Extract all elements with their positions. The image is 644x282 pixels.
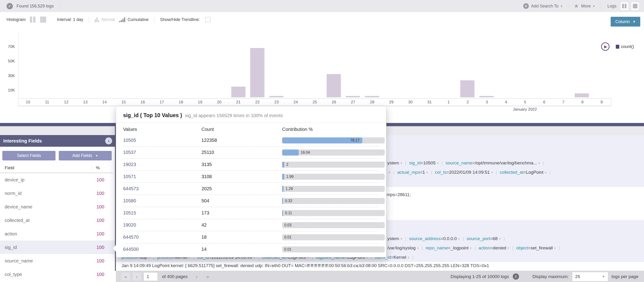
log-field-value[interactable]: =Kernel (391, 255, 406, 260)
play-button[interactable]: ▶ (601, 42, 610, 51)
count-cell: 122358 (202, 138, 282, 143)
log-field-value[interactable]: =1 (420, 170, 425, 175)
y-axis-tick-label: 10K (3, 88, 15, 93)
previous-page-button[interactable]: ‹ (133, 273, 141, 281)
histogram-bar-21[interactable] (231, 87, 246, 97)
add-search-to-label: Add Search To (531, 4, 559, 8)
normal-mode-button[interactable]: Normal (95, 17, 115, 22)
log-field-value[interactable]: =10505 (421, 160, 436, 166)
value-cell[interactable]: 19020 (123, 222, 202, 228)
log-field-value[interactable]: =2022/01/09 14:09:51 (446, 170, 490, 175)
trendline-checkbox[interactable] (206, 17, 210, 22)
sidebar-field-device_name[interactable]: device_name100 (0, 200, 115, 214)
top-value-row[interactable]: 64457320251.29 (123, 183, 379, 195)
full-view-button[interactable] (632, 2, 639, 10)
x-axis-tick-label: 17 (152, 100, 172, 105)
bar-slot-11 (38, 27, 57, 97)
value-cell[interactable]: 10571 (123, 174, 202, 179)
log-field-value[interactable]: =0.0.0.0 (441, 236, 457, 241)
columns-icon (622, 4, 627, 8)
value-cell[interactable]: 644500 (123, 247, 202, 252)
top-value-row[interactable]: 1050512235878.17 (123, 134, 379, 146)
select-fields-button[interactable]: Select Fields (2, 151, 56, 160)
contribution-bar-track: 0.11 (282, 210, 385, 216)
info-icon[interactable]: i (513, 274, 519, 280)
more-menu-button[interactable]: ★ More ▾ (574, 3, 594, 9)
page-number-input[interactable] (144, 273, 158, 281)
log-field-value[interactable]: =denied (490, 246, 506, 251)
sidebar-field-sig_id[interactable]: sig_id100 (0, 241, 115, 254)
column-label: Column (615, 19, 630, 24)
log-field-name[interactable]: source_port (467, 236, 490, 241)
x-axis-tick-strip: 1011121314151617181920212223242526272829… (18, 98, 611, 106)
histogram-bar-8[interactable] (575, 93, 589, 97)
log-field-name[interactable]: col_ts (435, 170, 446, 175)
histogram-bar-28[interactable] (365, 96, 379, 97)
next-page-button[interactable]: › (192, 273, 201, 281)
value-cell[interactable]: 644573 (123, 186, 202, 191)
sidebar-field-col_type[interactable]: col_type100 (0, 268, 115, 281)
split-columns-view-button[interactable] (621, 2, 628, 10)
log-field-name[interactable]: sig_id (409, 160, 421, 166)
add-search-to-button[interactable]: + Add Search To ▾ (523, 3, 562, 9)
top-value-row[interactable]: 1902331352 (123, 159, 379, 171)
log-field-name[interactable]: action (478, 246, 490, 251)
cumulative-mode-button[interactable]: Cumulative (119, 17, 148, 22)
first-page-button[interactable]: « (122, 273, 130, 281)
collapse-sidebar-button[interactable]: ‹ (105, 137, 112, 144)
sidebar-field-action[interactable]: action100 (0, 227, 115, 241)
log-field-value[interactable]: =/opt/immune/var/log/benchma... (472, 160, 537, 166)
top-value-row[interactable]: 105372511016.04 (123, 146, 379, 159)
histogram-bar-27[interactable] (346, 96, 360, 97)
area-chart-type-icon[interactable] (40, 16, 46, 22)
bar-chart-type-icon[interactable] (30, 16, 36, 22)
top-value-row[interactable]: 644570180.01 (123, 231, 379, 243)
value-cell[interactable]: 10505 (123, 138, 202, 143)
logs-per-page-value: 25 (575, 274, 580, 279)
sidebar-field-device_ip[interactable]: device_ip100 (0, 173, 115, 187)
logs-per-page-select[interactable]: 25 ▼ (572, 272, 608, 281)
log-field-name[interactable]: collected_at (500, 170, 523, 175)
chevron-down-icon: ∨ (470, 246, 472, 250)
sidebar-field-collected_at[interactable]: collected_at100 (0, 214, 115, 227)
tag-divider: | (512, 246, 514, 251)
bar-slot-31 (420, 27, 439, 97)
log-field-value[interactable]: =LogPoint (524, 170, 544, 175)
histogram-bar-22[interactable] (250, 48, 265, 97)
top-value-row[interactable]: 105805040.32 (123, 195, 379, 207)
value-cell[interactable]: 10515 (123, 210, 202, 216)
value-cell[interactable]: 644570 (123, 235, 202, 240)
contribution-bar-fill (282, 210, 283, 216)
last-page-button[interactable]: » (204, 273, 212, 281)
histogram-bar-2[interactable] (460, 80, 475, 97)
log-field-name[interactable]: source_name (446, 160, 472, 166)
display-maximum-label: Display maximum: (532, 274, 569, 279)
log-field-value[interactable]: =set_firewall (528, 246, 553, 251)
histogram-bar-26[interactable] (327, 74, 341, 97)
value-cell[interactable]: 10537 (123, 150, 202, 155)
add-fields-button[interactable]: Add Fields ▼ (59, 151, 112, 160)
log-raw-message[interactable]: Jan 9 14:09:49 LogPoint kernel: [ 6629.5… (116, 263, 644, 268)
top-value-row[interactable]: 19020420.03 (123, 219, 379, 231)
count-cell: 42 (202, 222, 282, 228)
log-field-name[interactable]: repo_name (426, 246, 448, 251)
value-cell[interactable]: 10580 (123, 198, 202, 204)
sidebar-field-source_name[interactable]: source_name100 (0, 254, 115, 268)
log-field-name[interactable]: object (516, 246, 528, 251)
histogram-bar-3[interactable] (480, 96, 494, 97)
top-value-row[interactable]: 1057131081.99 (123, 171, 379, 183)
top-value-row[interactable]: 105151730.11 (123, 207, 379, 219)
histogram-bar-23[interactable] (269, 96, 284, 97)
field-column-header: Field (0, 165, 92, 173)
log-field-value[interactable]: =68 (490, 236, 498, 241)
log-field-name[interactable]: source_address (409, 236, 440, 241)
sidebar-field-norm_id[interactable]: norm_id100 (0, 187, 115, 200)
log-field-value[interactable]: =_logpoint (448, 246, 468, 251)
column-dropdown-button[interactable]: Column ▼ (611, 17, 640, 26)
x-axis-tick-label: 8 (573, 100, 592, 105)
value-cell[interactable]: 19023 (123, 162, 202, 167)
contribution-bar-fill (282, 150, 299, 156)
top-value-row[interactable]: 644500140.01 (123, 243, 379, 255)
log-field-name[interactable]: actual_mps (397, 170, 420, 175)
contribution-percent-label: 0.01 (284, 246, 292, 253)
